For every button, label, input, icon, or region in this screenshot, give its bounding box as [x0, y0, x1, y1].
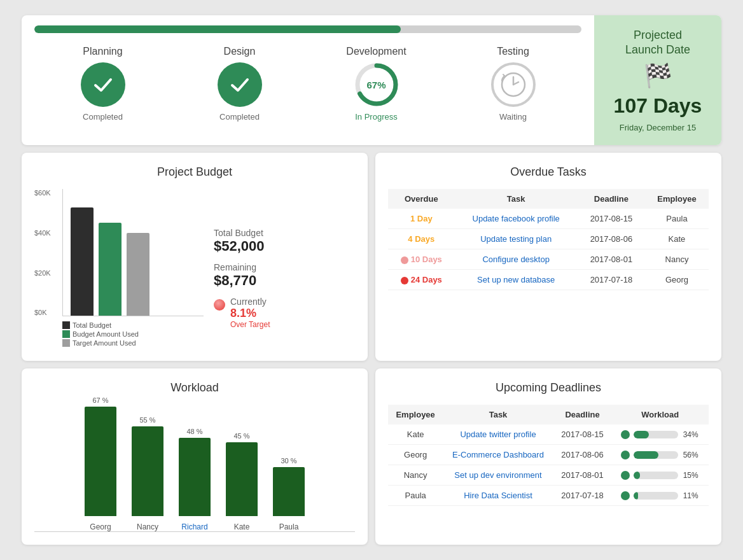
overdue-employee: Kate — [645, 229, 709, 249]
wl-pct-label: 48 % — [186, 428, 202, 435]
phase-design-status: Completed — [219, 112, 260, 122]
wl-bar — [273, 467, 305, 516]
overdue-employee: Georg — [645, 270, 709, 290]
y-label-40k: $40K — [34, 229, 51, 237]
upcoming-deadline: 2017-08-01 — [553, 465, 612, 486]
phase-development-status: In Progress — [355, 112, 397, 122]
workload-bar-item: 48 % Richard — [179, 428, 211, 531]
overdue-employee: Paula — [645, 209, 709, 229]
overdue-card: Overdue Tasks Overdue Task Deadline Empl… — [375, 153, 721, 361]
upcoming-col-workload: Workload — [611, 405, 709, 424]
legend-total: Total Budget — [62, 321, 204, 329]
launch-date: Friday, December 15 — [620, 123, 696, 132]
wl-name-label: Georg — [90, 522, 111, 531]
legend-label-used: Budget Amount Used — [73, 330, 139, 338]
overdue-task[interactable]: Set up new database — [455, 270, 578, 290]
overdue-tbody: 1 Day Update facebook profile 2017-08-15… — [388, 209, 709, 290]
workload-chart: 67 % Georg 55 % Nancy 48 % Richard 45 % … — [34, 405, 355, 532]
upcoming-task[interactable]: Update twitter profile — [443, 424, 553, 445]
upcoming-header-row: Employee Task Deadline Workload — [388, 405, 709, 424]
legend-label-total: Total Budget — [73, 321, 111, 329]
upcoming-row: Nancy Set up dev environment 2017-08-01 … — [388, 465, 709, 486]
upcoming-task[interactable]: Hire Data Scientist — [443, 486, 553, 506]
progress-bar-fill — [34, 25, 401, 33]
overdue-row: 24 Days Set up new database 2017-07-18 G… — [388, 270, 709, 290]
wl-pct-label: 45 % — [233, 432, 249, 440]
overdue-days: 24 Days — [388, 270, 455, 290]
overdue-task[interactable]: Configure desktop — [455, 249, 578, 270]
bar-budget-used — [99, 223, 122, 316]
phase-testing-title: Testing — [497, 46, 529, 57]
bar-target-used — [127, 233, 149, 316]
workload-bar-item: 45 % Kate — [226, 432, 258, 531]
phases-container: Planning Completed Design — [22, 15, 594, 146]
overdue-deadline: 2017-08-01 — [578, 249, 645, 270]
overdue-col-employee: Employee — [645, 189, 709, 209]
overdue-row: 4 Days Update testing plan 2017-08-06 Ka… — [388, 229, 709, 249]
legend-target: Target Amount Used — [62, 339, 204, 347]
wl-name-label[interactable]: Richard — [181, 522, 207, 531]
phase-design: Design Completed — [202, 46, 278, 122]
dashboard: Planning Completed Design — [22, 15, 721, 545]
upcoming-employee: Georg — [388, 445, 443, 465]
overdue-col-task: Task — [455, 189, 578, 209]
overdue-deadline: 2017-08-06 — [578, 229, 645, 249]
upcoming-employee: Nancy — [388, 465, 443, 486]
y-label-60k: $60K — [34, 189, 51, 197]
overdue-days: 4 Days — [388, 229, 455, 249]
phase-design-icon — [218, 62, 262, 107]
budget-stats: Total Budget $52,000 Remaining $8,770 Cu… — [214, 228, 355, 348]
wl-bar — [132, 426, 163, 516]
phase-development-icon: 67% — [354, 62, 399, 107]
wl-pct-label: 67 % — [92, 396, 108, 404]
overdue-col-overdue: Overdue — [388, 189, 455, 209]
overdue-header-row: Overdue Task Deadline Employee — [388, 189, 709, 209]
launch-days: 107 Days — [614, 94, 702, 118]
wl-name-label: Nancy — [137, 522, 158, 531]
y-label-0k: $0K — [34, 309, 51, 316]
upcoming-title: Upcoming Deadlines — [388, 381, 709, 395]
phases-list: Planning Completed Design — [34, 46, 581, 122]
upcoming-workload: 56% — [611, 445, 709, 465]
legend-dot-total — [62, 321, 70, 329]
phase-planning-icon — [81, 62, 125, 107]
wl-bar — [226, 442, 258, 516]
workload-card: Workload 67 % Georg 55 % Nancy 48 % Rich… — [22, 368, 368, 545]
stat-remaining-value: $8,770 — [214, 272, 355, 289]
launch-flag-icon: 🏁 — [644, 62, 672, 89]
phase-development: Development 67% In Progress — [338, 46, 415, 122]
upcoming-task[interactable]: Set up dev environment — [443, 465, 553, 486]
upcoming-employee: Paula — [388, 486, 443, 506]
overdue-row: 1 Day Update facebook profile 2017-08-15… — [388, 209, 709, 229]
wl-name-label: Paula — [279, 522, 299, 531]
clock-icon — [499, 71, 527, 99]
overdue-col-deadline: Deadline — [578, 189, 645, 209]
stat-total-value: $52,000 — [214, 238, 355, 255]
stat-currently-value: 8.1% — [230, 307, 270, 320]
stat-currently-label: Currently — [230, 297, 270, 307]
overdue-days: 10 Days — [388, 249, 455, 270]
upcoming-deadline: 2017-07-18 — [553, 486, 612, 506]
upcoming-tbody: Kate Update twitter profile 2017-08-15 3… — [388, 424, 709, 506]
stat-total-label: Total Budget — [214, 228, 355, 238]
upcoming-deadline: 2017-08-06 — [553, 445, 612, 465]
upcoming-task[interactable]: E-Commerce Dashboard — [443, 445, 553, 465]
overdue-task[interactable]: Update facebook profile — [455, 209, 578, 229]
upcoming-workload: 15% — [611, 465, 709, 486]
currently-circle-icon — [214, 299, 225, 311]
budget-content: $60K $40K $20K $0K Total Budget — [34, 189, 355, 348]
wl-bar — [85, 407, 116, 516]
launch-card: ProjectedLaunch Date 🏁 107 Days Friday, … — [594, 15, 721, 146]
upcoming-row: Georg E-Commerce Dashboard 2017-08-06 56… — [388, 445, 709, 465]
overdue-deadline: 2017-07-18 — [578, 270, 645, 290]
currently-text-wrap: Currently 8.1% Over Target — [230, 297, 270, 329]
overdue-deadline: 2017-08-15 — [578, 209, 645, 229]
stat-total: Total Budget $52,000 — [214, 228, 355, 255]
upcoming-employee: Kate — [388, 424, 443, 445]
overdue-task[interactable]: Update testing plan — [455, 229, 578, 249]
budget-title: Project Budget — [34, 165, 355, 179]
overall-progress-bar — [34, 25, 581, 33]
legend-label-target: Target Amount Used — [73, 339, 136, 347]
over-label: Over Target — [230, 320, 270, 329]
workload-bar-item: 55 % Nancy — [132, 416, 163, 531]
